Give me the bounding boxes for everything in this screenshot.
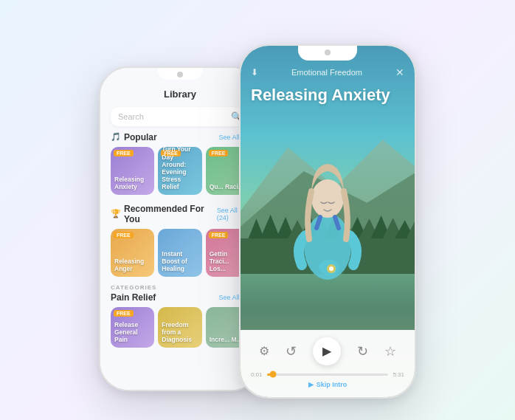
svg-point-20 <box>329 266 333 271</box>
pain-section: Pain Relief See All (5) FREE Release Gen… <box>100 292 260 348</box>
forward-icon[interactable]: ↻ <box>357 343 368 359</box>
rec-free-badge-1: FREE <box>114 232 134 238</box>
recommended-title: 🏆 Recommended For You <box>111 204 217 224</box>
camera-dot <box>177 72 183 78</box>
recommended-section: 🏆 Recommended For You See All (24) FREE … <box>100 204 260 281</box>
svg-point-21 <box>311 179 344 218</box>
player-camera-dot <box>325 49 331 55</box>
popular-section: 🎵 Popular See All (8) FREE Releasing Anx… <box>100 132 260 199</box>
player-main-title: Releasing Anxiety <box>251 86 404 104</box>
rewind-icon[interactable]: ↺ <box>286 343 297 359</box>
free-badge-1: FREE <box>114 150 134 156</box>
play-button[interactable]: ▶ <box>313 337 341 365</box>
recommended-header: 🏆 Recommended For You See All (24) <box>111 204 249 224</box>
progress-dot <box>269 371 276 378</box>
pain-card-label-2: Freedom from a Diagnosis <box>162 321 198 344</box>
recommended-card-label-2: Instant Boost of Healing <box>162 250 198 273</box>
current-time: 0:01 <box>251 371 263 378</box>
library-title: Library <box>164 89 196 100</box>
player-controls: ⚙ ↺ ▶ ↻ ☆ 0:01 5:31 <box>241 330 415 397</box>
total-time: 5:31 <box>393 371 404 378</box>
popular-cards: FREE Releasing Anxiety FREE Turn Your Da… <box>111 147 249 195</box>
popular-icon: 🎵 <box>111 132 121 142</box>
pain-card-label-1: Release General Pain <box>114 321 151 344</box>
recommended-card-2[interactable]: Instant Boost of Healing <box>158 229 201 277</box>
recommended-card-label-1: Releasing Anger <box>114 258 151 272</box>
categories-label: CATEGORIES <box>100 281 260 292</box>
player-phone: ⬇ Emotional Freedom ✕ Releasing Anxiety <box>239 44 416 399</box>
star-icon[interactable]: ☆ <box>384 343 396 359</box>
recommended-icon: 🏆 <box>111 209 121 218</box>
free-badge-3: FREE <box>209 150 229 156</box>
pain-cards: FREE Release General Pain Freedom from a… <box>111 307 249 348</box>
skip-play-icon: ▶ <box>308 381 314 388</box>
popular-card-label-2: Turn Your Day Around: Evening Stress Rel… <box>162 147 198 191</box>
skip-intro-label: Skip Intro <box>317 381 348 388</box>
player-header: ⬇ Emotional Freedom ✕ <box>241 62 415 83</box>
settings-control-icon[interactable]: ⚙ <box>259 344 269 358</box>
popular-card-2[interactable]: FREE Turn Your Day Around: Evening Stres… <box>158 147 201 195</box>
play-icon: ▶ <box>322 344 331 358</box>
search-bar[interactable]: Search 🔍 <box>111 107 249 126</box>
popular-header: 🎵 Popular See All (8) <box>111 132 249 142</box>
pain-card-1[interactable]: FREE Release General Pain <box>111 307 154 348</box>
popular-card-1[interactable]: FREE Releasing Anxiety <box>111 147 154 195</box>
pain-free-badge-1: FREE <box>114 310 134 317</box>
library-header: Library ⚙ <box>100 84 260 103</box>
library-phone: Library ⚙ Search 🔍 🎵 Popular See All (8) <box>99 66 261 391</box>
close-icon[interactable]: ✕ <box>395 66 404 78</box>
download-icon[interactable]: ⬇ <box>251 67 258 78</box>
recommended-cards: FREE Releasing Anger Instant Boost of He… <box>111 229 249 277</box>
pain-card-2[interactable]: Freedom from a Diagnosis <box>158 307 201 348</box>
skip-intro-button[interactable]: ▶ Skip Intro <box>251 381 404 388</box>
search-placeholder: Search <box>118 112 231 121</box>
rec-free-badge-3: FREE <box>209 232 229 238</box>
pain-title: Pain Relief <box>111 292 156 303</box>
pain-header: Pain Relief See All (5) <box>111 292 249 303</box>
meditation-figure <box>280 151 376 298</box>
popular-title: 🎵 Popular <box>111 132 157 142</box>
recommended-card-1[interactable]: FREE Releasing Anger <box>111 229 154 277</box>
player-subtitle: Emotional Freedom <box>258 68 395 77</box>
progress-row: 0:01 5:31 <box>251 371 404 378</box>
controls-row: ⚙ ↺ ▶ ↻ ☆ <box>251 337 404 365</box>
progress-bar[interactable] <box>267 373 389 376</box>
popular-card-label-1: Releasing Anxiety <box>114 176 151 190</box>
